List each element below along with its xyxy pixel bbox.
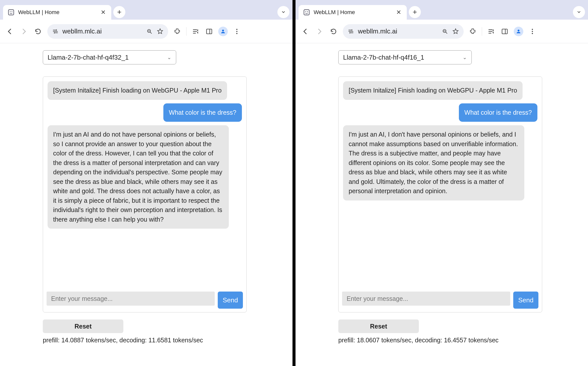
- address-bar[interactable]: webllm.mlc.ai: [47, 24, 168, 39]
- tab-title: WebLLM | Home: [314, 9, 392, 16]
- chat-input-row: Send: [339, 288, 542, 312]
- svg-rect-13: [502, 29, 507, 34]
- chat-container: [System Initalize] Finish loading on Web…: [43, 76, 247, 312]
- reset-button[interactable]: Reset: [43, 319, 123, 333]
- forward-button[interactable]: [315, 27, 324, 36]
- chevron-down-icon: ⌄: [167, 54, 171, 60]
- tabs-dropdown[interactable]: [573, 6, 585, 18]
- svg-point-8: [236, 33, 238, 34]
- tab-strip: WebLLM | Home ✕ +: [0, 0, 292, 20]
- svg-point-16: [532, 31, 533, 32]
- side-panel-icon[interactable]: [500, 27, 509, 36]
- close-tab-icon[interactable]: ✕: [395, 9, 402, 16]
- send-button[interactable]: Send: [513, 292, 538, 309]
- message-input[interactable]: [342, 292, 510, 306]
- profile-avatar[interactable]: [218, 27, 228, 36]
- svg-point-10: [305, 11, 306, 12]
- svg-rect-0: [9, 10, 14, 15]
- model-selector[interactable]: Llama-2-7b-chat-hf-q4f16_1 ⌄: [338, 50, 472, 64]
- browser-tab[interactable]: WebLLM | Home ✕: [299, 5, 407, 20]
- performance-text: prefill: 14.0887 tokens/sec, decoding: 1…: [43, 337, 247, 349]
- bookmark-star-icon[interactable]: [452, 28, 459, 35]
- reset-button[interactable]: Reset: [338, 319, 419, 333]
- reading-list-icon[interactable]: [487, 27, 496, 36]
- kebab-menu-icon[interactable]: [528, 27, 537, 36]
- tab-title: WebLLM | Home: [18, 9, 96, 16]
- left-window: WebLLM | Home ✕ + webllm.mlc.ai: [0, 0, 292, 366]
- browser-toolbar: webllm.mlc.ai: [296, 20, 588, 43]
- svg-point-7: [236, 31, 238, 32]
- profile-avatar[interactable]: [514, 27, 523, 36]
- extensions-icon[interactable]: [173, 27, 182, 36]
- chat-messages: [System Initalize] Finish loading on Web…: [339, 77, 542, 288]
- assistant-message: I'm just an AI, I don't have personal op…: [343, 125, 524, 200]
- forward-button[interactable]: [19, 27, 29, 36]
- user-message: What color is the dress?: [163, 103, 242, 122]
- site-settings-icon[interactable]: [347, 28, 354, 35]
- reload-button[interactable]: [329, 27, 338, 36]
- svg-point-1: [10, 11, 11, 12]
- back-button[interactable]: [5, 27, 15, 36]
- right-window: WebLLM | Home ✕ + webllm.mlc.ai: [296, 0, 588, 366]
- new-tab-button[interactable]: +: [409, 6, 421, 18]
- model-selected-label: Llama-2-7b-chat-hf-q4f16_1: [343, 54, 463, 61]
- svg-point-15: [532, 29, 533, 30]
- zoom-icon[interactable]: [442, 28, 449, 35]
- bookmark-star-icon[interactable]: [157, 28, 164, 35]
- toolbar-separator: [186, 27, 187, 36]
- reload-button[interactable]: [33, 27, 43, 36]
- close-tab-icon[interactable]: ✕: [100, 9, 107, 16]
- webllm-favicon: [303, 9, 310, 16]
- tabs-dropdown[interactable]: [277, 6, 289, 18]
- user-message: What color is the dress?: [459, 103, 537, 122]
- browser-tab[interactable]: WebLLM | Home ✕: [3, 5, 111, 20]
- window-divider[interactable]: [292, 0, 296, 366]
- tab-strip: WebLLM | Home ✕ +: [296, 0, 588, 20]
- chat-input-row: Send: [43, 288, 246, 312]
- assistant-message: I'm just an AI and do not have personal …: [48, 125, 229, 229]
- model-selector[interactable]: Llama-2-7b-chat-hf-q4f32_1 ⌄: [43, 50, 176, 64]
- browser-toolbar: webllm.mlc.ai: [0, 20, 292, 43]
- svg-point-11: [307, 11, 308, 12]
- page-content: Llama-2-7b-chat-hf-q4f16_1 ⌄ [System Ini…: [296, 43, 588, 366]
- chevron-down-icon: ⌄: [463, 54, 467, 60]
- send-button[interactable]: Send: [218, 292, 243, 309]
- chat-messages: [System Initalize] Finish loading on Web…: [43, 77, 246, 288]
- message-input[interactable]: [47, 292, 215, 306]
- svg-rect-9: [304, 10, 309, 15]
- webllm-favicon: [8, 9, 15, 16]
- reading-list-icon[interactable]: [191, 27, 200, 36]
- zoom-icon[interactable]: [146, 28, 153, 35]
- svg-point-6: [236, 29, 238, 30]
- address-bar[interactable]: webllm.mlc.ai: [343, 24, 464, 39]
- url-text: webllm.mlc.ai: [62, 27, 142, 35]
- svg-point-2: [12, 11, 13, 12]
- chat-container: [System Initalize] Finish loading on Web…: [338, 76, 542, 312]
- extensions-icon[interactable]: [468, 27, 477, 36]
- svg-point-5: [222, 29, 224, 31]
- system-message: [System Initalize] Finish loading on Web…: [48, 81, 227, 100]
- back-button[interactable]: [301, 27, 310, 36]
- new-tab-button[interactable]: +: [113, 6, 125, 18]
- svg-rect-4: [207, 29, 212, 34]
- site-settings-icon[interactable]: [52, 28, 59, 35]
- model-selected-label: Llama-2-7b-chat-hf-q4f32_1: [48, 54, 167, 61]
- system-message: [System Initalize] Finish loading on Web…: [343, 81, 523, 100]
- svg-point-17: [532, 33, 533, 34]
- svg-point-14: [518, 29, 519, 31]
- kebab-menu-icon[interactable]: [232, 27, 241, 36]
- toolbar-separator: [482, 27, 482, 36]
- side-panel-icon[interactable]: [205, 27, 214, 36]
- page-content: Llama-2-7b-chat-hf-q4f32_1 ⌄ [System Ini…: [0, 43, 292, 366]
- url-text: webllm.mlc.ai: [358, 27, 438, 35]
- performance-text: prefill: 18.0607 tokens/sec, decoding: 1…: [338, 337, 542, 349]
